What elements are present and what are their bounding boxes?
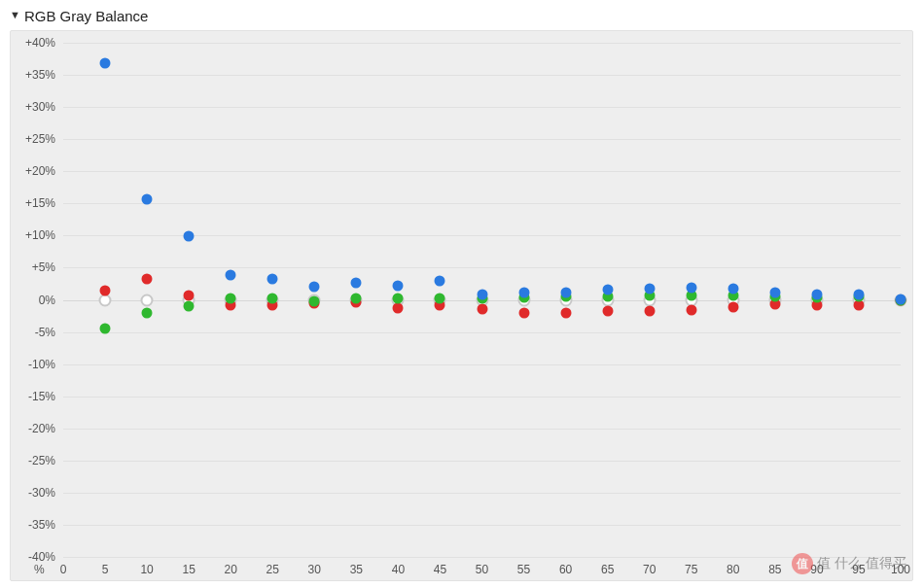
blue-point bbox=[393, 280, 404, 291]
y-axis-tick-label: -10% bbox=[28, 358, 63, 371]
gridline bbox=[63, 397, 901, 398]
green-point bbox=[226, 294, 236, 304]
green-point bbox=[351, 293, 362, 303]
blue-point bbox=[518, 288, 529, 298]
blue-point bbox=[267, 274, 278, 285]
y-axis-tick-label: +30% bbox=[25, 100, 63, 114]
y-axis-tick-label: +10% bbox=[25, 228, 63, 242]
x-axis-tick-label: 20 bbox=[225, 557, 237, 576]
red-point bbox=[644, 305, 655, 316]
gridline bbox=[63, 461, 901, 462]
x-axis-tick-label: 5 bbox=[102, 557, 109, 576]
red-point bbox=[477, 304, 487, 315]
y-axis-tick-label: +35% bbox=[25, 68, 63, 82]
x-axis-tick-label: 50 bbox=[476, 557, 488, 576]
gridline bbox=[63, 75, 901, 76]
gridline bbox=[63, 43, 901, 44]
plot-area: -40%-35%-30%-25%-20%-15%-10%-5%0%+5%+10%… bbox=[63, 43, 901, 557]
green-point bbox=[309, 295, 320, 306]
red-point bbox=[142, 274, 153, 285]
disclosure-triangle-icon: ▼ bbox=[10, 10, 20, 20]
green-point bbox=[142, 308, 153, 319]
blue-point bbox=[309, 281, 320, 292]
green-point bbox=[267, 294, 278, 304]
x-axis-tick-label: 55 bbox=[517, 557, 530, 576]
blue-point bbox=[100, 58, 111, 69]
y-axis-tick-label: +40% bbox=[25, 36, 63, 50]
red-point bbox=[184, 290, 195, 300]
gridline bbox=[63, 493, 901, 494]
red-point bbox=[393, 303, 404, 314]
y-axis-tick-label: -15% bbox=[28, 390, 63, 403]
x-axis-tick-label: 40 bbox=[392, 557, 405, 576]
y-axis-tick-label: -20% bbox=[28, 422, 63, 435]
x-axis-tick-label: 0 bbox=[60, 557, 67, 576]
gridline bbox=[63, 139, 901, 140]
blue-point bbox=[728, 283, 738, 294]
y-axis-tick-label: +20% bbox=[25, 164, 63, 178]
red-point bbox=[602, 306, 613, 317]
x-axis-tick-label: 10 bbox=[140, 557, 153, 576]
blue-point bbox=[560, 287, 571, 297]
green-point bbox=[393, 293, 404, 303]
blue-point bbox=[853, 289, 864, 299]
red-point bbox=[100, 285, 111, 295]
gridline bbox=[63, 107, 901, 108]
green-point bbox=[184, 301, 195, 312]
red-point bbox=[518, 308, 529, 319]
y-axis-tick-label: -35% bbox=[28, 518, 63, 532]
x-axis-tick-label: 90 bbox=[810, 557, 823, 576]
blue-point bbox=[644, 283, 655, 294]
gridline bbox=[63, 171, 901, 172]
green-point bbox=[435, 294, 445, 304]
y-axis-tick-label: +15% bbox=[25, 196, 63, 210]
x-axis-tick-label: 65 bbox=[601, 557, 614, 576]
panel-header[interactable]: ▼ RGB Gray Balance bbox=[10, 6, 913, 30]
gridline bbox=[63, 364, 901, 365]
blue-point bbox=[351, 278, 362, 289]
gridline bbox=[63, 267, 901, 268]
blue-point bbox=[435, 276, 445, 287]
y-axis-tick-label: +5% bbox=[32, 260, 63, 274]
red-point bbox=[560, 307, 571, 318]
y-axis-tick-label: -25% bbox=[28, 454, 63, 467]
y-axis-tick-label: -5% bbox=[35, 326, 63, 339]
x-axis-tick-label: 45 bbox=[434, 557, 446, 576]
gridline bbox=[63, 203, 901, 204]
blue-point bbox=[769, 288, 780, 298]
x-axis-tick-label: 15 bbox=[182, 557, 195, 576]
gridline bbox=[63, 429, 901, 430]
blue-point bbox=[477, 289, 487, 299]
x-axis-tick-label: 85 bbox=[768, 557, 781, 576]
reference-point bbox=[141, 294, 154, 306]
y-axis-tick-label: -30% bbox=[28, 486, 63, 500]
x-axis-tick-label: 100 bbox=[891, 557, 910, 576]
y-axis-tick-label: 0% bbox=[39, 294, 63, 307]
x-axis-tick-label: 25 bbox=[266, 557, 279, 576]
green-point bbox=[100, 324, 111, 334]
x-axis-unit-label: % bbox=[34, 557, 45, 576]
x-axis-tick-label: 60 bbox=[559, 557, 572, 576]
chart-container: -40%-35%-30%-25%-20%-15%-10%-5%0%+5%+10%… bbox=[10, 30, 913, 581]
gridline bbox=[63, 525, 901, 526]
red-point bbox=[728, 301, 738, 312]
blue-point bbox=[142, 194, 153, 205]
red-point bbox=[686, 305, 696, 316]
x-axis-tick-label: 30 bbox=[308, 557, 321, 576]
x-axis-tick-label: 80 bbox=[727, 557, 739, 576]
blue-point bbox=[602, 284, 613, 294]
y-axis-tick-label: +25% bbox=[25, 132, 63, 146]
blue-point bbox=[811, 289, 822, 299]
x-axis-tick-label: 70 bbox=[643, 557, 656, 576]
x-axis-tick-label: 95 bbox=[852, 557, 865, 576]
panel-title: RGB Gray Balance bbox=[24, 8, 149, 24]
x-axis-tick-label: 35 bbox=[350, 557, 363, 576]
blue-point bbox=[184, 231, 195, 242]
blue-point bbox=[226, 269, 236, 280]
gridline bbox=[63, 332, 901, 333]
blue-point bbox=[686, 282, 696, 293]
x-axis-tick-label: 75 bbox=[685, 557, 697, 576]
blue-point bbox=[896, 294, 906, 304]
